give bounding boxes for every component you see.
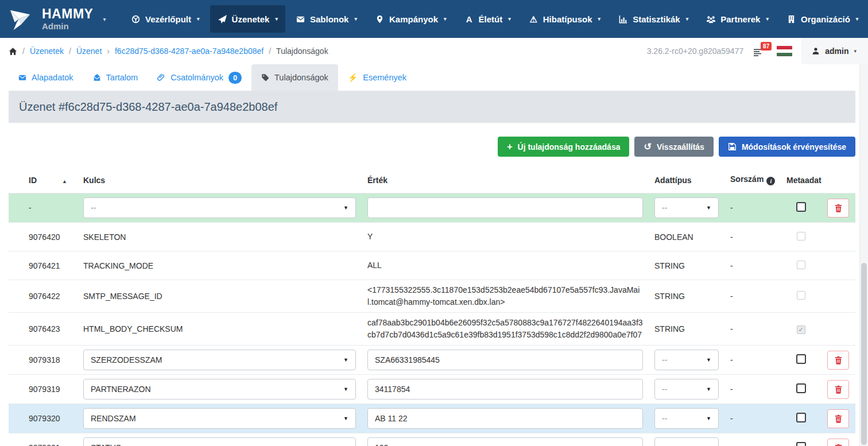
order-cell: - bbox=[724, 375, 781, 404]
nav-item-campaigns[interactable]: Kampányok ▾ bbox=[367, 5, 454, 33]
home-icon[interactable] bbox=[9, 47, 17, 56]
page-title: Üzenet #f6c28d75-d368-4287-ae0a-7a948e2b… bbox=[19, 100, 277, 114]
datatype-select[interactable]: -- ▼ bbox=[654, 197, 719, 218]
vertical-scrollbar[interactable] bbox=[859, 64, 868, 446]
datatype-select[interactable]: -- ▼ bbox=[654, 379, 719, 400]
breadcrumb-link-message-id[interactable]: f6c28d75-d368-4287-ae0a-7a948e2b08ef bbox=[115, 46, 264, 56]
caret-down-icon: ▾ bbox=[354, 16, 357, 22]
meta-checkbox[interactable] bbox=[796, 202, 806, 212]
info-icon[interactable]: i bbox=[766, 177, 775, 185]
type-cell: STRING bbox=[649, 313, 724, 346]
save-icon bbox=[728, 142, 737, 151]
delete-button[interactable] bbox=[827, 409, 849, 428]
nav-item-lifecycle[interactable]: A Életút ▾ bbox=[457, 5, 518, 33]
column-header-id[interactable]: ID▲ bbox=[9, 166, 78, 193]
key-select[interactable]: RENDSZAM ▼ bbox=[83, 408, 356, 429]
nav-label: Életút bbox=[479, 14, 503, 24]
datatype-select[interactable]: -- ▼ bbox=[654, 437, 719, 446]
tab-attachments[interactable]: Csatolmányok 0 bbox=[148, 64, 251, 91]
new-property-row: - -- ▼ -- ▼ - bbox=[9, 193, 855, 223]
nav-label: Partnerek bbox=[720, 14, 760, 24]
add-property-button[interactable]: + Új tulajdonság hozzáadása bbox=[498, 137, 629, 157]
select-caret-icon: ▼ bbox=[343, 357, 348, 363]
delete-button[interactable] bbox=[827, 380, 849, 399]
caret-down-icon: ▾ bbox=[766, 16, 769, 22]
delete-button[interactable] bbox=[827, 439, 849, 446]
key-select[interactable]: PARTNERAZON ▼ bbox=[83, 379, 356, 400]
key-select[interactable]: STATUS ▼ bbox=[83, 437, 356, 446]
tab-properties[interactable]: Tulajdonságok bbox=[251, 64, 338, 91]
breadcrumb-link-message[interactable]: Üzenet bbox=[76, 46, 102, 56]
nav-item-messages[interactable]: Üzenetek ▾ bbox=[210, 5, 285, 33]
undo-icon: ↺ bbox=[644, 142, 651, 152]
meta-checkbox[interactable] bbox=[796, 383, 806, 393]
caret-down-icon: ▾ bbox=[856, 16, 859, 22]
tab-label: Tartalom bbox=[106, 73, 138, 82]
brand-text: HAMMY Admin bbox=[42, 7, 93, 30]
value-cell: <1773155322555.3c11870e153d5253b2eae54bd… bbox=[362, 280, 649, 313]
nav-item-templates[interactable]: Sablonok ▾ bbox=[288, 5, 365, 33]
tab-label: Csatolmányok bbox=[170, 73, 223, 82]
apply-changes-button[interactable]: Módosítások érvényesítése bbox=[719, 137, 855, 157]
property-row-selected: 9079320 RENDSZAM ▼ -- ▼ - bbox=[9, 404, 855, 433]
nav-item-partners[interactable]: Partnerek ▾ bbox=[699, 5, 776, 33]
nav-item-organization[interactable]: Organizáció ▾ bbox=[779, 5, 866, 33]
value-input[interactable] bbox=[367, 408, 643, 429]
breadcrumb: / Üzenetek / Üzenet › f6c28d75-d368-4287… bbox=[9, 46, 328, 56]
tab-content[interactable]: Tartalom bbox=[83, 64, 148, 91]
breadcrumb-bar: / Üzenetek / Üzenet › f6c28d75-d368-4287… bbox=[0, 38, 868, 64]
key-select[interactable]: -- ▼ bbox=[83, 197, 356, 218]
order-cell: - bbox=[724, 223, 781, 251]
bar-chart-icon bbox=[618, 15, 628, 24]
delete-button[interactable] bbox=[827, 351, 849, 370]
tab-basic-data[interactable]: Alapadatok bbox=[9, 64, 83, 91]
properties-table: ID▲ Kulcs Érték Adattípus Sorszámi Metaa… bbox=[9, 166, 855, 446]
meta-checkbox[interactable] bbox=[796, 442, 806, 446]
value-input[interactable] bbox=[367, 197, 643, 218]
notifications-button[interactable]: 87 bbox=[753, 46, 764, 56]
nav-item-dashboard[interactable]: Vezérlőpult ▾ bbox=[123, 5, 207, 33]
meta-checkbox[interactable] bbox=[796, 354, 806, 364]
page-header: Üzenet #f6c28d75-d368-4287-ae0a-7a948e2b… bbox=[9, 91, 855, 123]
select-caret-icon: ▼ bbox=[706, 386, 711, 392]
datatype-select[interactable]: -- ▼ bbox=[654, 408, 719, 429]
value-input[interactable] bbox=[367, 437, 643, 446]
id-cell: - bbox=[9, 193, 78, 223]
reset-button[interactable]: ↺ Visszaállítás bbox=[634, 137, 713, 157]
nav-label: Kampányok bbox=[389, 14, 438, 24]
property-row: 9076420 SKELETON Y BOOLEAN - bbox=[9, 223, 855, 251]
property-row: 9079321 STATUS ▼ -- ▼ - bbox=[9, 433, 855, 446]
id-cell: 9079321 bbox=[9, 433, 78, 446]
id-cell: 9076421 bbox=[9, 251, 78, 280]
attachments-count-badge: 0 bbox=[228, 72, 242, 84]
hungarian-flag-icon[interactable] bbox=[777, 46, 792, 56]
warning-icon: ⚠ bbox=[529, 15, 538, 24]
trash-icon bbox=[835, 204, 842, 212]
value-input[interactable] bbox=[367, 379, 643, 400]
breadcrumb-link-messages[interactable]: Üzenetek bbox=[30, 46, 64, 56]
id-cell: 9079320 bbox=[9, 404, 78, 433]
order-cell: - bbox=[724, 251, 781, 280]
nav-item-statistics[interactable]: Statisztikák ▾ bbox=[611, 5, 696, 33]
brand-caret-icon: ▾ bbox=[103, 16, 106, 22]
nav-item-error-types[interactable]: ⚠ Hibatípusok ▾ bbox=[521, 5, 608, 33]
key-cell: TRACKING_MODE bbox=[78, 251, 362, 280]
nav-label: Sablonok bbox=[310, 14, 349, 24]
breadcrumb-separator: / bbox=[22, 46, 25, 56]
key-select[interactable]: SZERZODESSZAM ▼ bbox=[83, 350, 356, 370]
property-row: 9079319 PARTNERAZON ▼ -- ▼ - bbox=[9, 375, 855, 404]
tab-events[interactable]: ⚡ Események bbox=[338, 64, 416, 91]
datatype-select[interactable]: -- ▼ bbox=[654, 350, 719, 370]
add-property-label: Új tulajdonság hozzáadása bbox=[518, 142, 621, 152]
brand[interactable]: HAMMY Admin ▾ bbox=[0, 0, 118, 38]
column-header-meta: Metaadat bbox=[781, 166, 821, 193]
meta-checkbox[interactable] bbox=[796, 413, 806, 422]
nav-label: Statisztikák bbox=[633, 14, 680, 24]
delete-button[interactable] bbox=[827, 199, 849, 218]
brand-logo-icon bbox=[8, 6, 34, 32]
scrollbar-thumb[interactable] bbox=[861, 263, 867, 445]
meta-checkbox bbox=[797, 291, 805, 300]
value-input[interactable] bbox=[367, 350, 643, 370]
user-menu[interactable]: admin ▾ bbox=[801, 38, 868, 64]
select-caret-icon: ▼ bbox=[706, 357, 711, 363]
